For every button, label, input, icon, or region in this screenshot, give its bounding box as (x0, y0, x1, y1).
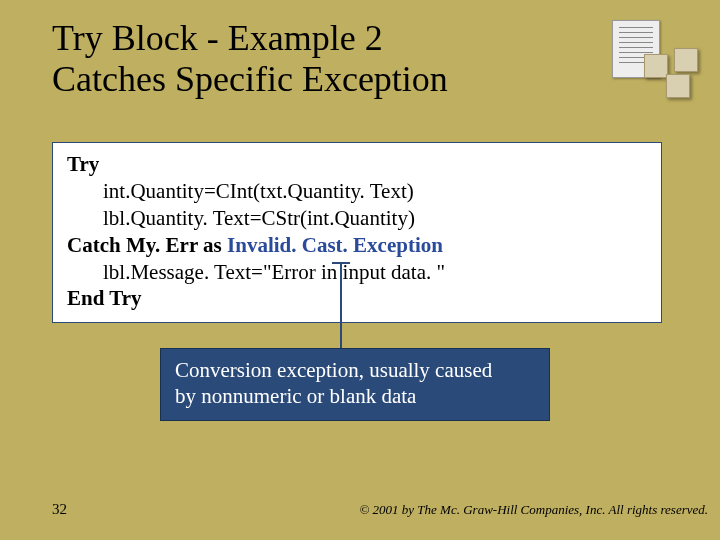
code-line: Try (67, 151, 647, 178)
exception-type: Invalid. Cast. Exception (227, 233, 443, 257)
code-line: Catch My. Err as Invalid. Cast. Exceptio… (67, 232, 647, 259)
cube-icon (674, 48, 698, 72)
code-line: End Try (67, 285, 647, 312)
code-line: lbl.Message. Text="Error in input data. … (67, 259, 647, 286)
corner-graphic (602, 14, 702, 106)
copyright-text: © 2001 by The Mc. Graw-Hill Companies, I… (359, 502, 708, 518)
code-example-box: Try int.Quantity=CInt(txt.Quantity. Text… (52, 142, 662, 323)
callout-line: Conversion exception, usually caused (175, 357, 535, 383)
keyword-catch: Catch (67, 233, 126, 257)
callout-line: by nonnumeric or blank data (175, 383, 535, 409)
callout-connector (340, 262, 342, 348)
cube-icon (644, 54, 668, 78)
callout-box: Conversion exception, usually caused by … (160, 348, 550, 421)
page-number: 32 (52, 501, 67, 518)
keyword-endtry: End Try (67, 286, 142, 310)
code-line: int.Quantity=CInt(txt.Quantity. Text) (67, 178, 647, 205)
code-line: lbl.Quantity. Text=CStr(int.Quantity) (67, 205, 647, 232)
catch-variable: My. Err as (126, 233, 227, 257)
keyword-try: Try (67, 152, 99, 176)
cube-icon (666, 74, 690, 98)
